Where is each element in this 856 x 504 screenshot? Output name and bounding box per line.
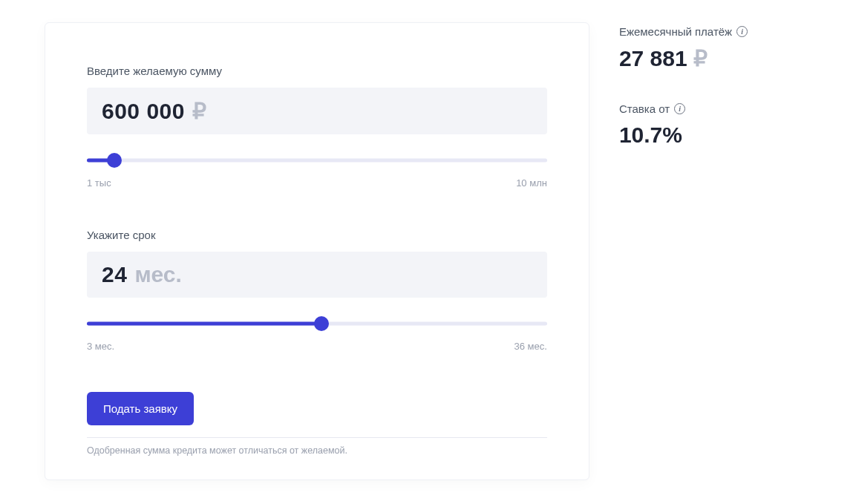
- monthly-payment-value: 27 881: [619, 46, 687, 71]
- amount-slider-thumb[interactable]: [107, 153, 122, 168]
- term-max-label: 36 мес.: [514, 341, 547, 352]
- divider: [87, 437, 547, 438]
- monthly-payment-value-row: 27 881 ₽: [619, 45, 811, 71]
- term-label: Укажите срок: [87, 229, 547, 241]
- term-value: 24: [102, 262, 127, 287]
- term-slider[interactable]: [87, 315, 547, 332]
- term-unit: мес.: [134, 262, 182, 287]
- amount-input[interactable]: 600 000 ₽: [87, 88, 547, 134]
- summary-panel: Ежемесячный платёж i 27 881 ₽ Ставка от …: [619, 22, 811, 179]
- amount-max-label: 10 млн: [516, 177, 547, 189]
- rate-label-row: Ставка от i: [619, 102, 811, 115]
- term-slider-fill: [87, 322, 321, 326]
- monthly-payment-label: Ежемесячный платёж: [619, 25, 732, 38]
- info-icon[interactable]: i: [736, 26, 748, 37]
- term-input[interactable]: 24 мес.: [87, 252, 547, 298]
- ruble-icon: ₽: [693, 45, 708, 71]
- amount-min-label: 1 тыс: [87, 177, 111, 189]
- amount-value: 600 000: [102, 99, 185, 124]
- info-icon[interactable]: i: [674, 103, 685, 114]
- loan-calculator-card: Введите желаемую сумму 600 000 ₽ 1 тыс 1…: [45, 22, 589, 480]
- amount-label: Введите желаемую сумму: [87, 65, 547, 77]
- amount-slider-track: [87, 159, 547, 163]
- monthly-payment-label-row: Ежемесячный платёж i: [619, 25, 811, 38]
- ruble-icon: ₽: [192, 98, 206, 124]
- amount-slider[interactable]: [87, 152, 547, 168]
- submit-button[interactable]: Подать заявку: [87, 392, 194, 425]
- rate-label: Ставка от: [619, 102, 670, 115]
- rate-value: 10.7%: [619, 122, 682, 148]
- term-slider-thumb[interactable]: [314, 316, 329, 331]
- rate-value-row: 10.7%: [619, 122, 811, 148]
- disclaimer-text: Одобренная сумма кредита может отличатьс…: [87, 445, 547, 456]
- term-min-label: 3 мес.: [87, 341, 114, 352]
